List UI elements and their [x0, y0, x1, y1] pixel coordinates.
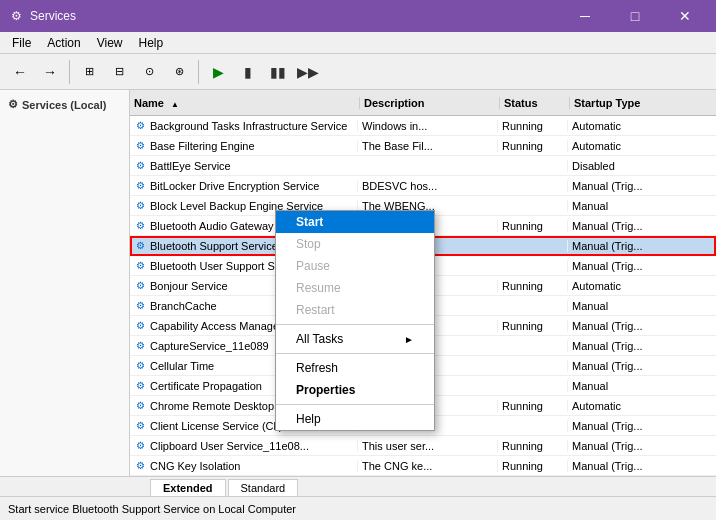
service-name: Base Filtering Engine: [150, 140, 357, 152]
service-icon: ⚙: [133, 259, 147, 273]
service-icon: ⚙: [133, 279, 147, 293]
status-text: Start service Bluetooth Support Service …: [8, 503, 296, 515]
stop-service-button[interactable]: ▮: [234, 58, 262, 86]
menu-bar: File Action View Help: [0, 32, 716, 54]
service-icon: ⚙: [133, 359, 147, 373]
maximize-button[interactable]: □: [612, 0, 658, 32]
service-icon: ⚙: [133, 179, 147, 193]
title-bar: ⚙ Services ─ □ ✕: [0, 0, 716, 32]
app-icon: ⚙: [8, 8, 24, 24]
context-menu-separator: [276, 324, 434, 325]
context-menu-item-refresh[interactable]: Refresh: [276, 357, 434, 379]
service-icon: ⚙: [133, 459, 147, 473]
service-status: Running: [497, 120, 567, 132]
back-button[interactable]: ←: [6, 58, 34, 86]
table-row[interactable]: ⚙ Clipboard User Service_11e08... This u…: [130, 436, 716, 456]
tab-bar: Extended Standard: [0, 476, 716, 496]
tab-extended[interactable]: Extended: [150, 479, 226, 496]
col-header-desc[interactable]: Description: [360, 97, 500, 109]
table-row[interactable]: ⚙ BitLocker Drive Encryption Service BDE…: [130, 176, 716, 196]
content-area: Name ▲ Description Status Startup Type ⚙…: [130, 90, 716, 476]
service-desc: This user ser...: [357, 440, 497, 452]
main-area: ⚙ Services (Local) Name ▲ Description St…: [0, 90, 716, 476]
context-menu-separator: [276, 404, 434, 405]
menu-file[interactable]: File: [4, 34, 39, 52]
service-startup: Manual (Trig...: [567, 360, 667, 372]
service-icon: ⚙: [133, 159, 147, 173]
service-icon: ⚙: [133, 319, 147, 333]
service-status: Running: [497, 220, 567, 232]
service-startup: Automatic: [567, 280, 667, 292]
service-icon: ⚙: [133, 199, 147, 213]
sort-arrow: ▲: [171, 100, 179, 109]
service-startup: Manual: [567, 200, 667, 212]
service-startup: Manual (Trig...: [567, 320, 667, 332]
context-menu-item-properties[interactable]: Properties: [276, 379, 434, 401]
service-icon: ⚙: [133, 379, 147, 393]
status-bar: Start service Bluetooth Support Service …: [0, 496, 716, 520]
show-button[interactable]: ⊙: [135, 58, 163, 86]
properties-button[interactable]: ⊛: [165, 58, 193, 86]
service-startup: Automatic: [567, 400, 667, 412]
up-folder-button[interactable]: ⊟: [105, 58, 133, 86]
service-icon: ⚙: [133, 439, 147, 453]
context-menu-item-restart: Restart: [276, 299, 434, 321]
service-startup: Manual (Trig...: [567, 260, 667, 272]
forward-button[interactable]: →: [36, 58, 64, 86]
service-startup: Manual (Trig...: [567, 220, 667, 232]
context-menu: StartStopPauseResumeRestartAll Tasks►Ref…: [275, 210, 435, 431]
close-button[interactable]: ✕: [662, 0, 708, 32]
context-menu-item-start[interactable]: Start: [276, 211, 434, 233]
table-row[interactable]: ⚙ CNG Key Isolation The CNG ke... Runnin…: [130, 456, 716, 476]
service-status: Running: [497, 140, 567, 152]
context-menu-item-pause: Pause: [276, 255, 434, 277]
table-row[interactable]: ⚙ Background Tasks Infrastructure Servic…: [130, 116, 716, 136]
service-startup: Manual (Trig...: [567, 460, 667, 472]
service-startup: Manual: [567, 380, 667, 392]
pause-service-button[interactable]: ▮▮: [264, 58, 292, 86]
service-startup: Manual (Trig...: [567, 180, 667, 192]
service-startup: Manual (Trig...: [567, 240, 667, 252]
service-status: Running: [497, 320, 567, 332]
col-header-startup[interactable]: Startup Type: [570, 97, 670, 109]
menu-help[interactable]: Help: [131, 34, 172, 52]
service-startup: Manual: [567, 300, 667, 312]
service-name: CNG Key Isolation: [150, 460, 357, 472]
service-startup: Manual (Trig...: [567, 440, 667, 452]
left-panel: ⚙ Services (Local): [0, 90, 130, 476]
col-header-name[interactable]: Name ▲: [130, 97, 360, 109]
col-header-status[interactable]: Status: [500, 97, 570, 109]
minimize-button[interactable]: ─: [562, 0, 608, 32]
menu-view[interactable]: View: [89, 34, 131, 52]
service-icon: ⚙: [133, 139, 147, 153]
service-icon: ⚙: [133, 339, 147, 353]
table-header: Name ▲ Description Status Startup Type: [130, 90, 716, 116]
show-hide-tree-button[interactable]: ⊞: [75, 58, 103, 86]
service-desc: The CNG ke...: [357, 460, 497, 472]
service-startup: Manual (Trig...: [567, 420, 667, 432]
context-menu-item-all-tasks[interactable]: All Tasks►: [276, 328, 434, 350]
service-name: BitLocker Drive Encryption Service: [150, 180, 357, 192]
service-desc: The Base Fil...: [357, 140, 497, 152]
service-icon: ⚙: [133, 399, 147, 413]
table-row[interactable]: ⚙ Base Filtering Engine The Base Fil... …: [130, 136, 716, 156]
table-row[interactable]: ⚙ BattlEye Service Disabled: [130, 156, 716, 176]
service-icon: ⚙: [133, 219, 147, 233]
context-menu-item-help[interactable]: Help: [276, 408, 434, 430]
service-desc: BDESVC hos...: [357, 180, 497, 192]
context-menu-item-stop: Stop: [276, 233, 434, 255]
restart-service-button[interactable]: ▶▶: [294, 58, 322, 86]
services-local-icon: ⚙: [8, 98, 18, 111]
context-menu-separator: [276, 353, 434, 354]
tab-standard[interactable]: Standard: [228, 479, 299, 496]
menu-action[interactable]: Action: [39, 34, 88, 52]
service-name: Background Tasks Infrastructure Service: [150, 120, 357, 132]
service-startup: Disabled: [567, 160, 667, 172]
start-service-button[interactable]: ▶: [204, 58, 232, 86]
service-name: Clipboard User Service_11e08...: [150, 440, 357, 452]
left-panel-title: ⚙ Services (Local): [8, 98, 121, 111]
context-menu-item-resume: Resume: [276, 277, 434, 299]
service-status: Running: [497, 400, 567, 412]
service-startup: Automatic: [567, 140, 667, 152]
service-icon: ⚙: [133, 299, 147, 313]
